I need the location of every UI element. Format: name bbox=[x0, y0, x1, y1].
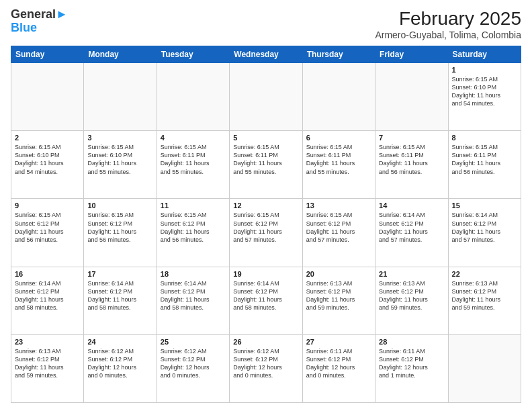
day-number: 23 bbox=[15, 338, 80, 346]
day-number: 5 bbox=[233, 134, 298, 142]
day-number: 18 bbox=[161, 270, 226, 278]
title-block: February 2025 Armero-Guyabal, Tolima, Co… bbox=[375, 8, 521, 40]
cell-info: Sunrise: 6:15 AM Sunset: 6:10 PM Dayligh… bbox=[452, 75, 517, 108]
day-number: 1 bbox=[452, 66, 517, 74]
day-number: 8 bbox=[452, 134, 517, 142]
col-sunday: Sunday bbox=[11, 46, 84, 63]
cell-info: Sunrise: 6:11 AM Sunset: 6:12 PM Dayligh… bbox=[379, 347, 444, 380]
col-saturday: Saturday bbox=[448, 46, 521, 63]
day-number: 13 bbox=[306, 201, 371, 210]
day-number: 22 bbox=[452, 270, 517, 278]
calendar-cell-w4-d6 bbox=[448, 334, 521, 402]
cell-info: Sunrise: 6:15 AM Sunset: 6:11 PM Dayligh… bbox=[452, 143, 517, 176]
calendar-cell-w4-d2: 25Sunrise: 6:12 AM Sunset: 6:12 PM Dayli… bbox=[157, 334, 229, 402]
calendar-cell-w3-d0: 16Sunrise: 6:14 AM Sunset: 6:12 PM Dayli… bbox=[11, 267, 84, 334]
week-row-1: 2Sunrise: 6:15 AM Sunset: 6:10 PM Daylig… bbox=[11, 131, 521, 199]
cell-info: Sunrise: 6:13 AM Sunset: 6:12 PM Dayligh… bbox=[15, 347, 80, 380]
day-number: 21 bbox=[379, 270, 444, 278]
day-number: 20 bbox=[306, 270, 371, 278]
calendar-cell-w2-d4: 13Sunrise: 6:15 AM Sunset: 6:12 PM Dayli… bbox=[302, 199, 375, 267]
logo-arrow-icon: ► bbox=[56, 7, 68, 21]
calendar-cell-w2-d3: 12Sunrise: 6:15 AM Sunset: 6:12 PM Dayli… bbox=[230, 199, 302, 267]
page: General► Blue February 2025 Armero-Guyab… bbox=[0, 0, 532, 411]
page-title: February 2025 bbox=[375, 8, 521, 30]
calendar-cell-w1-d2: 4Sunrise: 6:15 AM Sunset: 6:11 PM Daylig… bbox=[157, 131, 229, 199]
day-number: 14 bbox=[379, 201, 444, 210]
cell-info: Sunrise: 6:14 AM Sunset: 6:12 PM Dayligh… bbox=[15, 279, 80, 312]
calendar-cell-w4-d0: 23Sunrise: 6:13 AM Sunset: 6:12 PM Dayli… bbox=[11, 334, 84, 402]
calendar-cell-w0-d0 bbox=[11, 63, 84, 131]
day-number: 12 bbox=[233, 201, 298, 210]
day-number: 10 bbox=[87, 201, 152, 210]
cell-info: Sunrise: 6:12 AM Sunset: 6:12 PM Dayligh… bbox=[161, 347, 226, 380]
col-wednesday: Wednesday bbox=[230, 46, 302, 63]
col-friday: Friday bbox=[375, 46, 448, 63]
day-number: 3 bbox=[87, 134, 152, 142]
week-row-3: 16Sunrise: 6:14 AM Sunset: 6:12 PM Dayli… bbox=[11, 267, 521, 334]
cell-info: Sunrise: 6:12 AM Sunset: 6:12 PM Dayligh… bbox=[233, 347, 298, 380]
calendar-cell-w2-d0: 9Sunrise: 6:15 AM Sunset: 6:12 PM Daylig… bbox=[11, 199, 84, 267]
calendar-cell-w0-d6: 1Sunrise: 6:15 AM Sunset: 6:10 PM Daylig… bbox=[448, 63, 521, 131]
calendar-cell-w3-d6: 22Sunrise: 6:13 AM Sunset: 6:12 PM Dayli… bbox=[448, 267, 521, 334]
day-number: 25 bbox=[161, 338, 226, 346]
calendar-cell-w2-d2: 11Sunrise: 6:15 AM Sunset: 6:12 PM Dayli… bbox=[157, 199, 229, 267]
col-tuesday: Tuesday bbox=[157, 46, 229, 63]
calendar-cell-w1-d3: 5Sunrise: 6:15 AM Sunset: 6:11 PM Daylig… bbox=[230, 131, 302, 199]
calendar-cell-w3-d1: 17Sunrise: 6:14 AM Sunset: 6:12 PM Dayli… bbox=[84, 267, 157, 334]
day-number: 26 bbox=[233, 338, 298, 346]
day-number: 11 bbox=[161, 201, 226, 210]
calendar-cell-w3-d3: 19Sunrise: 6:14 AM Sunset: 6:12 PM Dayli… bbox=[230, 267, 302, 334]
calendar-cell-w3-d5: 21Sunrise: 6:13 AM Sunset: 6:12 PM Dayli… bbox=[375, 267, 448, 334]
logo: General► Blue bbox=[11, 8, 68, 35]
cell-info: Sunrise: 6:14 AM Sunset: 6:12 PM Dayligh… bbox=[161, 279, 226, 312]
cell-info: Sunrise: 6:15 AM Sunset: 6:11 PM Dayligh… bbox=[306, 143, 371, 176]
cell-info: Sunrise: 6:15 AM Sunset: 6:11 PM Dayligh… bbox=[161, 143, 226, 176]
calendar-cell-w1-d6: 8Sunrise: 6:15 AM Sunset: 6:11 PM Daylig… bbox=[448, 131, 521, 199]
logo-general-text: General bbox=[11, 7, 56, 21]
cell-info: Sunrise: 6:14 AM Sunset: 6:12 PM Dayligh… bbox=[87, 279, 152, 312]
week-row-4: 23Sunrise: 6:13 AM Sunset: 6:12 PM Dayli… bbox=[11, 334, 521, 402]
calendar-cell-w3-d2: 18Sunrise: 6:14 AM Sunset: 6:12 PM Dayli… bbox=[157, 267, 229, 334]
calendar-cell-w0-d4 bbox=[302, 63, 375, 131]
day-number: 6 bbox=[306, 134, 371, 142]
day-number: 27 bbox=[306, 338, 371, 346]
header: General► Blue February 2025 Armero-Guyab… bbox=[11, 8, 521, 40]
day-number: 24 bbox=[87, 338, 152, 346]
cell-info: Sunrise: 6:15 AM Sunset: 6:12 PM Dayligh… bbox=[87, 211, 152, 244]
day-number: 9 bbox=[15, 201, 80, 210]
cell-info: Sunrise: 6:14 AM Sunset: 6:12 PM Dayligh… bbox=[379, 211, 444, 244]
calendar-cell-w1-d5: 7Sunrise: 6:15 AM Sunset: 6:11 PM Daylig… bbox=[375, 131, 448, 199]
logo-blue-text: Blue bbox=[11, 21, 37, 34]
calendar-cell-w0-d5 bbox=[375, 63, 448, 131]
calendar-cell-w2-d5: 14Sunrise: 6:14 AM Sunset: 6:12 PM Dayli… bbox=[375, 199, 448, 267]
calendar-cell-w4-d4: 27Sunrise: 6:11 AM Sunset: 6:12 PM Dayli… bbox=[302, 334, 375, 402]
cell-info: Sunrise: 6:14 AM Sunset: 6:12 PM Dayligh… bbox=[233, 279, 298, 312]
calendar-cell-w2-d1: 10Sunrise: 6:15 AM Sunset: 6:12 PM Dayli… bbox=[84, 199, 157, 267]
week-row-2: 9Sunrise: 6:15 AM Sunset: 6:12 PM Daylig… bbox=[11, 199, 521, 267]
calendar-cell-w0-d3 bbox=[230, 63, 302, 131]
cell-info: Sunrise: 6:15 AM Sunset: 6:12 PM Dayligh… bbox=[161, 211, 226, 244]
calendar-table: Sunday Monday Tuesday Wednesday Thursday… bbox=[11, 46, 521, 403]
cell-info: Sunrise: 6:11 AM Sunset: 6:12 PM Dayligh… bbox=[306, 347, 371, 380]
day-number: 2 bbox=[15, 134, 80, 142]
col-monday: Monday bbox=[84, 46, 157, 63]
cell-info: Sunrise: 6:15 AM Sunset: 6:12 PM Dayligh… bbox=[15, 211, 80, 244]
calendar-cell-w1-d4: 6Sunrise: 6:15 AM Sunset: 6:11 PM Daylig… bbox=[302, 131, 375, 199]
cell-info: Sunrise: 6:12 AM Sunset: 6:12 PM Dayligh… bbox=[87, 347, 152, 380]
calendar-cell-w0-d2 bbox=[157, 63, 229, 131]
day-number: 19 bbox=[233, 270, 298, 278]
col-thursday: Thursday bbox=[302, 46, 375, 63]
cell-info: Sunrise: 6:15 AM Sunset: 6:11 PM Dayligh… bbox=[233, 143, 298, 176]
day-number: 4 bbox=[161, 134, 226, 142]
cell-info: Sunrise: 6:15 AM Sunset: 6:10 PM Dayligh… bbox=[15, 143, 80, 176]
calendar-header-row: Sunday Monday Tuesday Wednesday Thursday… bbox=[11, 46, 521, 63]
calendar-cell-w2-d6: 15Sunrise: 6:14 AM Sunset: 6:12 PM Dayli… bbox=[448, 199, 521, 267]
calendar-cell-w4-d5: 28Sunrise: 6:11 AM Sunset: 6:12 PM Dayli… bbox=[375, 334, 448, 402]
cell-info: Sunrise: 6:13 AM Sunset: 6:12 PM Dayligh… bbox=[306, 279, 371, 312]
calendar-cell-w0-d1 bbox=[84, 63, 157, 131]
calendar-cell-w3-d4: 20Sunrise: 6:13 AM Sunset: 6:12 PM Dayli… bbox=[302, 267, 375, 334]
day-number: 15 bbox=[452, 201, 517, 210]
day-number: 7 bbox=[379, 134, 444, 142]
calendar-cell-w1-d0: 2Sunrise: 6:15 AM Sunset: 6:10 PM Daylig… bbox=[11, 131, 84, 199]
calendar-cell-w4-d3: 26Sunrise: 6:12 AM Sunset: 6:12 PM Dayli… bbox=[230, 334, 302, 402]
